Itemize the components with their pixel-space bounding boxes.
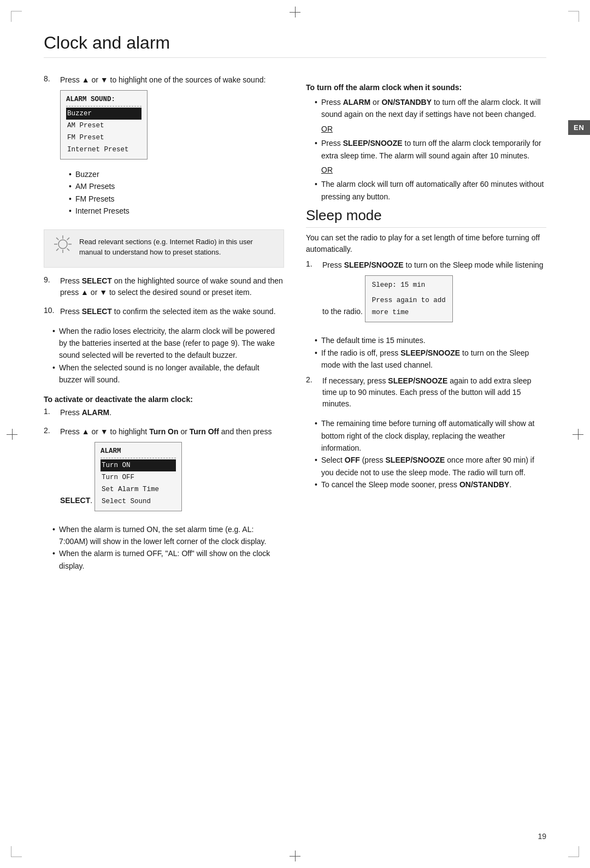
alarm-sound-item-2: FM Preset [66,132,141,144]
alarm-sound-item-3: Internet Preset [66,144,141,156]
alarm-menu-label: ALARM [101,446,176,458]
svg-line-6 [67,248,69,250]
step-8-text: Press ▲ or ▼ to highlight one of the sou… [60,74,284,222]
or-text-2: OR [321,164,546,176]
note-box: Read relevant sections (e.g. Internet Ra… [44,229,284,268]
bullet-internet-presets: Internet Presets [69,205,284,217]
activate-step-2-num: 2. [44,426,56,516]
note-icon [53,234,73,261]
activate-step-2-text: Press ▲ or ▼ to highlight Turn On or Tur… [60,426,284,516]
corner-mark-bl [11,846,22,857]
after-bullets: When the alarm is turned ON, the set ala… [52,523,284,572]
step-10-text: Press SELECT to confirm the selected ite… [60,306,276,317]
page-title: Clock and alarm [44,33,546,58]
bullet-alarm-on: When the alarm is turned ON, the set ala… [52,523,284,548]
turn-off-bullet-3: The alarm clock will turn off automatica… [315,178,546,203]
sleep-screen-line3: more time [371,306,447,318]
left-column: 8. Press ▲ or ▼ to highlight one of the … [44,74,284,576]
activate-step-2: 2. Press ▲ or ▼ to highlight Turn On or … [44,426,284,516]
turn-off-bullet-2: Press SLEEP/SNOOZE to turn off the alarm… [315,137,546,176]
bullet-am-presets: AM Presets [69,180,284,192]
sleep-screen: Sleep: 15 min Press again to add more ti… [365,275,453,322]
note-sun-icon [53,234,73,254]
note-text: Read relevant sections (e.g. Internet Ra… [79,237,275,258]
step-10: 10. Press SELECT to confirm the selected… [44,306,284,317]
crosshair-top [290,7,300,17]
page-number: 19 [538,832,546,841]
sleep-step-1-text: Press SLEEP/SNOOZE to turn on the Sleep … [322,259,546,327]
step-10-num: 10. [44,306,56,317]
crosshair-bottom [290,851,300,861]
sleep-bullets-1: The default time is 15 minutes. If the r… [315,334,546,371]
sleep-mode-heading: Sleep mode [306,207,546,228]
svg-point-0 [58,240,67,249]
alarm-sound-highlighted: Buzzer [66,108,141,120]
svg-line-5 [56,238,58,240]
step-8-intro: Press ▲ or ▼ to highlight one of the sou… [60,75,266,84]
main-bullets: When the radio loses electricity, the al… [52,325,284,386]
alarm-set-time: Set Alarm Time [101,483,176,495]
alarm-turn-off: Turn OFF [101,471,176,483]
sleep-bullet-cancel: To cancel the Sleep mode sooner, press O… [315,479,546,491]
sleep-step-2: 2. If necessary, press SLEEP/SNOOZE agai… [306,375,546,410]
sleep-screen-line1: Sleep: 15 min [371,279,447,291]
bullet-no-sound: When the selected sound is no longer ava… [52,362,284,386]
en-badge: EN [568,120,590,135]
corner-mark-tl [11,11,22,22]
content-area: 8. Press ▲ or ▼ to highlight one of the … [44,74,546,576]
activate-step-1: 1. Press ALARM. [44,407,284,418]
sleep-step-1: 1. Press SLEEP/SNOOZE to turn on the Sle… [306,259,546,327]
alarm-select-sound: Select Sound [101,495,176,507]
step-9-num: 9. [44,275,56,298]
activate-step-1-text: Press ALARM. [60,407,111,418]
bullet-electricity: When the radio loses electricity, the al… [52,325,284,362]
alarm-turn-on: Turn ON [101,459,176,471]
svg-line-8 [56,248,58,250]
sleep-bullet-radio-off: If the radio is off, press SLEEP/SNOOZE … [315,347,546,371]
or-text-1: OR [321,123,546,135]
corner-mark-tr [568,11,579,22]
bullet-alarm-off: When the alarm is turned OFF, "AL: Off" … [52,547,284,572]
sleep-step-2-num: 2. [306,375,318,410]
alarm-sound-screen: ALARM SOUND: Buzzer AM Preset FM Preset … [60,90,148,160]
sleep-step-2-text: If necessary, press SLEEP/SNOOZE again t… [322,375,546,410]
step-9: 9. Press SELECT on the highlighted sourc… [44,275,284,298]
turn-off-bullet-1: Press ALARM or ON/STANDBY to turn off th… [315,96,546,135]
turn-off-bullets: Press ALARM or ON/STANDBY to turn off th… [315,96,546,203]
step-8: 8. Press ▲ or ▼ to highlight one of the … [44,74,284,222]
step-8-num: 8. [44,74,56,222]
alarm-sound-item-1: AM Preset [66,120,141,132]
sleep-bullets-2: The remaining time before turning off au… [315,417,546,491]
bullet-buzzer: Buzzer [69,168,284,180]
activate-heading: To activate or deactivate the alarm cloc… [44,395,284,404]
crosshair-right [573,429,583,440]
page: EN Clock and alarm 8. Press ▲ or ▼ to hi… [0,0,590,868]
alarm-menu-screen: ALARM Turn ON Turn OFF Set Alarm Time Se… [95,442,182,511]
crosshair-left [7,429,17,440]
sleep-bullet-default: The default time is 15 minutes. [315,334,546,346]
sleep-bullet-remaining: The remaining time before turning off au… [315,417,546,454]
sleep-step-1-num: 1. [306,259,318,327]
svg-line-7 [67,238,69,240]
corner-mark-br [568,846,579,857]
sleep-bullet-off: Select OFF (press SLEEP/SNOOZE once more… [315,454,546,479]
sleep-intro: You can set the radio to play for a set … [306,232,546,255]
turn-off-heading: To turn off the alarm clock when it soun… [306,83,546,92]
step-9-text: Press SELECT on the highlighted source o… [60,275,284,298]
sleep-screen-line2: Press again to add [371,294,447,306]
right-column: To turn off the alarm clock when it soun… [306,74,546,576]
alarm-sound-bullets: Buzzer AM Presets FM Presets Internet Pr… [69,168,284,217]
bullet-fm-presets: FM Presets [69,193,284,205]
alarm-sound-label: ALARM SOUND: [66,94,141,107]
activate-step-1-num: 1. [44,407,56,418]
